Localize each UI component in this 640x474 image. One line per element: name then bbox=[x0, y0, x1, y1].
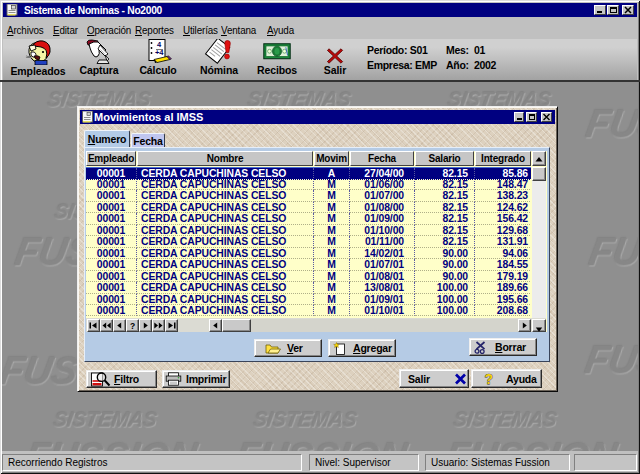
svg-text:?: ? bbox=[485, 371, 493, 386]
svg-text:?: ? bbox=[130, 320, 135, 330]
